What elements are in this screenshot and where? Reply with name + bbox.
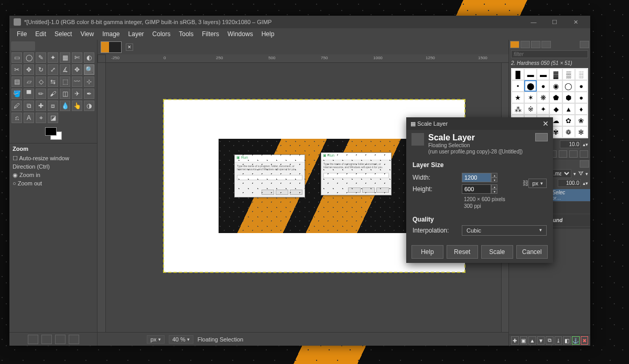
new-layer-group-icon[interactable]: ▣ <box>520 336 528 345</box>
brush-preset[interactable]: ★ <box>512 92 524 103</box>
history-tab[interactable] <box>541 41 551 48</box>
perspective-clone-tool[interactable]: ⧈ <box>48 101 58 111</box>
zoom-in-radio[interactable]: ◉ Zoom in <box>13 171 94 179</box>
brush-preset[interactable]: █ <box>512 69 524 80</box>
foreground-select-tool[interactable]: ◐ <box>84 52 94 63</box>
minimize-button[interactable]: — <box>523 16 544 28</box>
menu-filters[interactable]: Filters <box>198 30 223 38</box>
paintbrush-tool[interactable]: 🖌 <box>48 89 58 99</box>
menu-image[interactable]: Image <box>98 30 124 38</box>
anchor-layer-icon[interactable]: ⚓ <box>572 336 580 345</box>
dodge-burn-tool[interactable]: ◑ <box>84 101 94 111</box>
lower-layer-icon[interactable]: ▼ <box>537 336 545 345</box>
brush-preset[interactable]: ◯ <box>562 80 575 92</box>
opacity-stepper-icon[interactable]: ▴▾ <box>583 181 588 186</box>
ruler-origin[interactable] <box>97 54 106 63</box>
scale-tool[interactable]: ⤢ <box>48 64 58 75</box>
layer-opacity-input[interactable] <box>558 179 581 187</box>
unified-transform-tool[interactable]: ✥ <box>24 64 34 75</box>
eraser-tool[interactable]: ◫ <box>60 89 70 99</box>
brush-preset[interactable]: ◆ <box>549 103 562 115</box>
restore-tool-preset-icon[interactable] <box>41 335 52 344</box>
scale-button[interactable]: Scale <box>481 245 513 259</box>
interpolation-dropdown[interactable]: Cubic▾ <box>462 225 547 236</box>
airbrush-tool[interactable]: ✈ <box>72 89 82 99</box>
brushes-tab[interactable] <box>510 41 519 48</box>
shear-tool[interactable]: ▱ <box>24 76 34 87</box>
color-swatches[interactable] <box>9 124 97 143</box>
flip-tool[interactable]: ⇆ <box>48 76 58 87</box>
ink-tool[interactable]: ✒ <box>84 89 94 99</box>
bucket-fill-tool[interactable]: 🪣 <box>12 89 22 99</box>
auto-resize-checkbox[interactable]: ☐ Auto-resize window <box>13 154 94 162</box>
brush-preset[interactable]: ✦ <box>537 103 549 115</box>
mypaint-tool[interactable]: 🖊 <box>12 101 22 111</box>
reset-button[interactable]: Reset <box>447 245 479 259</box>
menu-colors[interactable]: Colors <box>148 30 175 38</box>
brush-preset[interactable]: ❀ <box>575 115 588 126</box>
brush-preset[interactable]: ▬ <box>537 69 549 80</box>
patterns-tab[interactable] <box>520 41 530 48</box>
free-select-tool[interactable]: ✎ <box>36 52 46 63</box>
pencil-tool[interactable]: ✏ <box>36 89 46 99</box>
menu-windows[interactable]: Windows <box>223 30 257 38</box>
menu-edit[interactable]: Edit <box>31 30 50 38</box>
cage-tool[interactable]: ⬚ <box>60 76 70 87</box>
help-button[interactable]: Help <box>411 245 443 259</box>
fg-color-swatch[interactable] <box>45 127 57 136</box>
brush-preset[interactable]: ✻ <box>575 126 588 138</box>
status-unit-dropdown[interactable]: px ▾ <box>147 335 165 344</box>
width-input[interactable] <box>462 173 491 182</box>
maximize-button[interactable]: ☐ <box>544 16 565 28</box>
brush-preset[interactable]: ⁂ <box>512 103 524 115</box>
measure-tool[interactable]: ∡ <box>60 64 70 75</box>
layer-compositing-icon[interactable]: ᗊ <box>578 170 583 177</box>
dialog-close-icon[interactable]: ✕ <box>543 119 549 128</box>
rect-select-tool[interactable]: ▭ <box>12 52 22 63</box>
brush-preset[interactable]: ● <box>537 80 549 92</box>
toolbox-tab[interactable] <box>11 41 35 51</box>
brush-preset[interactable]: ❋ <box>537 92 549 103</box>
crop-tool[interactable]: ✂ <box>12 64 22 75</box>
brush-preset[interactable]: ♦ <box>575 103 588 115</box>
brush-preset[interactable]: ● <box>575 92 588 103</box>
layers-dock-menu-icon[interactable] <box>580 160 589 168</box>
brush-preset[interactable]: ✶ <box>524 92 537 103</box>
cancel-button[interactable]: Cancel <box>516 245 548 259</box>
save-tool-preset-icon[interactable] <box>28 335 38 344</box>
brush-preset[interactable]: ▓ <box>549 69 562 80</box>
perspective-tool[interactable]: ◇ <box>36 76 46 87</box>
fuzzy-select-tool[interactable]: ✦ <box>48 52 58 63</box>
close-button[interactable]: ✕ <box>565 16 586 28</box>
by-color-select-tool[interactable]: ▦ <box>60 52 70 63</box>
brush-preset[interactable]: ▒ <box>562 69 575 80</box>
ellipse-select-tool[interactable]: ◯ <box>24 52 34 63</box>
menu-file[interactable]: File <box>13 30 31 38</box>
brush-preset[interactable]: ⬢ <box>562 92 575 103</box>
rotate-tool[interactable]: ↻ <box>36 64 46 75</box>
brush-preset[interactable]: ▲ <box>562 103 575 115</box>
image-tab-thumbnail[interactable] <box>101 41 122 53</box>
brush-preset[interactable]: ✿ <box>562 115 575 126</box>
raise-layer-icon[interactable]: ▲ <box>528 336 536 345</box>
brush-preset[interactable]: ● <box>575 80 588 92</box>
brush-preset[interactable]: ※ <box>524 103 537 115</box>
window-titlebar[interactable]: *[Untitled]-1.0 (RGB color 8-bit gamma i… <box>9 16 590 28</box>
dialog-titlebar[interactable]: ▦ Scale Layer ✕ <box>406 117 553 130</box>
handle-transform-tool[interactable]: ⊹ <box>84 76 94 87</box>
color-picker-tool[interactable]: ⌖ <box>36 113 46 123</box>
aspect-chain-icon[interactable]: ⛓ <box>523 173 528 194</box>
zoom-out-radio[interactable]: ○ Zoom out <box>13 179 94 187</box>
brush-preset[interactable]: ❁ <box>562 126 575 138</box>
spacing-stepper-icon[interactable]: ▴▾ <box>583 142 588 147</box>
height-input[interactable] <box>462 184 491 194</box>
brush-spacing-input[interactable] <box>560 140 581 148</box>
vertical-ruler[interactable] <box>97 63 106 332</box>
blur-tool[interactable]: 💧 <box>60 101 70 111</box>
warp-tool[interactable]: 〰 <box>72 76 82 87</box>
scissors-tool[interactable]: ✄ <box>72 52 82 63</box>
duplicate-layer-icon[interactable]: ⧉ <box>546 336 554 345</box>
size-unit-dropdown[interactable]: px▾ <box>528 179 547 188</box>
menu-layer[interactable]: Layer <box>124 30 148 38</box>
move-tool[interactable]: ✥ <box>72 64 82 75</box>
